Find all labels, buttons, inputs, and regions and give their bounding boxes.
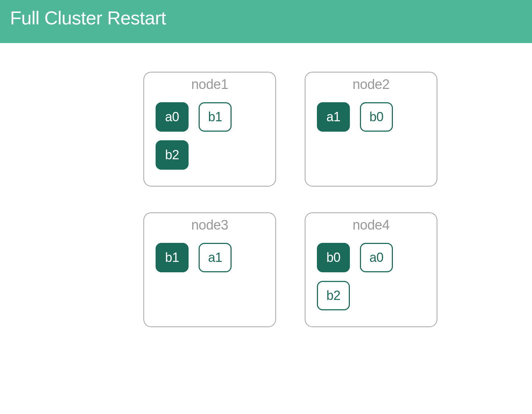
shard-row: b1 a1 <box>156 243 264 272</box>
shard-replica: a0 <box>360 243 393 272</box>
node-label: node4 <box>317 217 425 233</box>
node-box-node3: node3 b1 a1 <box>143 212 276 327</box>
node-box-node1: node1 a0 b1 b2 <box>143 72 276 187</box>
slide-title: Full Cluster Restart <box>10 7 166 29</box>
node-label: node1 <box>156 77 264 92</box>
shard-replica: a1 <box>199 243 232 272</box>
shard-row: b2 <box>317 281 425 310</box>
shard-row: b0 a0 <box>317 243 425 272</box>
node-label: node2 <box>317 77 425 92</box>
slide-content: node1 a0 b1 b2 node2 a1 b0 node3 b1 a1 <box>0 43 532 327</box>
shard-primary: a1 <box>317 102 350 132</box>
shard-primary: b2 <box>156 140 189 170</box>
node-box-node4: node4 b0 a0 b2 <box>305 212 437 327</box>
slide-header: Full Cluster Restart <box>0 0 532 43</box>
shard-replica: b1 <box>199 102 232 132</box>
shard-replica: b2 <box>317 281 350 310</box>
shard-primary: a0 <box>156 102 189 132</box>
shard-row: a0 b1 <box>156 102 264 132</box>
shard-row: b2 <box>156 140 264 170</box>
shard-row: a1 b0 <box>317 102 425 132</box>
shard-replica: b0 <box>360 102 393 132</box>
node-grid: node1 a0 b1 b2 node2 a1 b0 node3 b1 a1 <box>143 72 437 327</box>
node-box-node2: node2 a1 b0 <box>305 72 437 187</box>
shard-primary: b0 <box>317 243 350 272</box>
node-label: node3 <box>156 217 264 233</box>
shard-primary: b1 <box>156 243 189 272</box>
